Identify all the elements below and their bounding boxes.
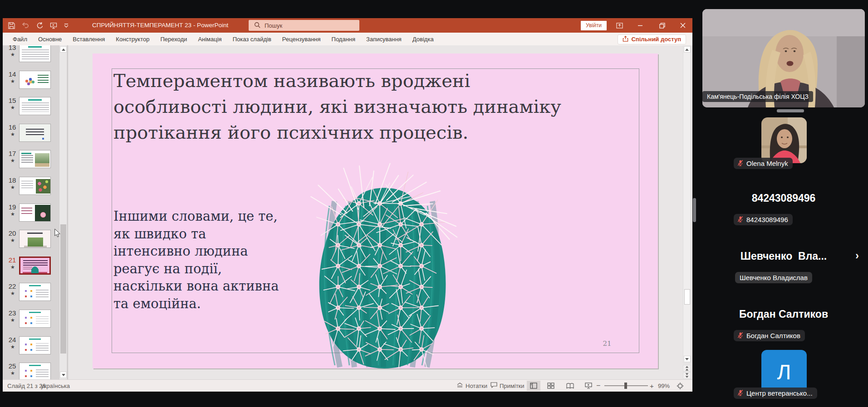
slide-number-label: 20 xyxy=(6,229,18,237)
slide-number-label: 13 xyxy=(6,45,18,51)
slide-number-label: 15 xyxy=(6,97,18,104)
menu-tab-design[interactable]: Конструктор xyxy=(116,36,149,43)
undo-icon[interactable] xyxy=(22,22,29,29)
close-button[interactable] xyxy=(675,18,691,33)
animation-star-icon: ★ xyxy=(8,211,17,217)
scroll-up-button[interactable] xyxy=(684,46,691,53)
redo-icon[interactable] xyxy=(36,22,43,29)
slide-thumbnail-18[interactable]: 18★ xyxy=(3,176,68,200)
menu-tab-insert[interactable]: Вставлення xyxy=(73,36,105,43)
scrollbar-thumb[interactable] xyxy=(60,224,66,354)
meeting-panel-scrollbar-thumb[interactable] xyxy=(693,198,696,222)
animation-star-icon: ★ xyxy=(8,317,17,323)
next-slide-button[interactable] xyxy=(683,372,691,379)
animation-star-icon: ★ xyxy=(8,291,17,296)
slide-thumbnail-image[interactable] xyxy=(19,363,51,379)
slide-number-label: 14 xyxy=(6,70,18,78)
comments-toggle[interactable]: Примітки xyxy=(490,380,525,392)
ribbon-display-options-button[interactable] xyxy=(612,18,627,33)
slide-sorter-view-button[interactable] xyxy=(544,381,558,391)
reading-view-button[interactable] xyxy=(563,381,577,391)
slide-thumbnail-image[interactable] xyxy=(19,45,51,62)
share-button[interactable]: Спільний доступ xyxy=(618,34,686,44)
slide-thumbnail-image[interactable] xyxy=(19,97,51,115)
expand-panel-chevron-icon[interactable]: › xyxy=(851,250,863,262)
slide-thumbnail-image[interactable] xyxy=(19,257,51,275)
thumbnail-panel-scrollbar[interactable] xyxy=(59,45,67,379)
scroll-up-button[interactable] xyxy=(60,46,67,53)
menu-tab-file[interactable]: Файл xyxy=(13,36,27,43)
zoom-in-button[interactable]: + xyxy=(650,380,654,392)
restore-button[interactable] xyxy=(654,18,670,33)
menu-tab-view[interactable]: Подання xyxy=(332,36,356,43)
slide-thumbnail-image[interactable] xyxy=(19,310,51,328)
slide-thumbnail-14[interactable]: 14★ xyxy=(3,70,68,94)
slide-thumbnail-image[interactable] xyxy=(19,230,51,248)
scrollbar-thumb[interactable] xyxy=(684,289,690,305)
participant-display-name[interactable]: Богдан Салтиков xyxy=(702,308,865,320)
scroll-down-button[interactable] xyxy=(684,356,691,362)
slide-canvas[interactable]: Темпераментом називають вроджені особлив… xyxy=(93,53,658,368)
zoom-level[interactable]: 99% xyxy=(658,380,670,392)
slide-thumbnail-25[interactable]: 25★ xyxy=(3,362,68,379)
customize-qat-chevron-icon[interactable] xyxy=(64,24,69,28)
slide-thumbnail-19[interactable]: 19★ xyxy=(3,203,68,227)
menu-tab-review[interactable]: Рецензування xyxy=(282,36,321,43)
slide-thumbnail-16[interactable]: 16★ xyxy=(3,123,68,147)
menu-tab-recording[interactable]: Записування xyxy=(366,36,402,43)
participant-avatar-olena[interactable] xyxy=(761,117,807,163)
comment-icon xyxy=(490,382,497,389)
statusbar: Слайд 21 з 26 українська Нотатки Примітк… xyxy=(3,379,692,392)
quick-access-toolbar xyxy=(8,18,69,33)
slide-thumbnail-image[interactable] xyxy=(19,71,51,89)
language-indicator[interactable]: українська xyxy=(41,380,70,392)
participant-display-name[interactable]: Шевченко Вла... xyxy=(702,250,865,262)
previous-slide-button[interactable] xyxy=(683,365,691,372)
save-icon[interactable] xyxy=(8,22,15,29)
animation-star-icon: ★ xyxy=(8,237,17,243)
slide-thumbnail-21[interactable]: 21★ xyxy=(3,256,68,280)
start-slideshow-icon[interactable] xyxy=(50,22,57,29)
slide-title-text[interactable]: Темпераментом називають вроджені особлив… xyxy=(113,68,640,145)
slide-thumbnail-image[interactable] xyxy=(19,150,51,168)
slide-number-label: 17 xyxy=(6,150,18,157)
slide-thumbnail-23[interactable]: 23★ xyxy=(3,309,68,333)
zoom-out-button[interactable]: − xyxy=(596,380,600,392)
main-scrollbar[interactable] xyxy=(683,45,691,363)
animation-star-icon: ★ xyxy=(8,344,17,350)
slide-thumbnail-15[interactable]: 15★ xyxy=(3,97,68,120)
slide-thumbnail-image[interactable] xyxy=(19,283,51,301)
slideshow-view-button[interactable] xyxy=(582,381,595,391)
search-input[interactable]: Пошук xyxy=(249,20,359,31)
participant-letter-avatar[interactable]: Л xyxy=(761,350,807,393)
normal-view-button[interactable] xyxy=(527,381,540,391)
slide-thumbnail-image[interactable] xyxy=(19,336,51,354)
slide-thumbnail-image[interactable] xyxy=(19,124,51,142)
slide-thumbnail-13[interactable]: 13★ xyxy=(3,45,68,67)
menu-tab-transitions[interactable]: Переходи xyxy=(160,36,187,43)
menu-tab-home[interactable]: Основне xyxy=(38,36,62,43)
participant-label-olena: Olena Melnyk xyxy=(734,158,793,169)
panel-drag-handle[interactable] xyxy=(777,109,804,112)
slide-thumbnail-17[interactable]: 17★ xyxy=(3,150,68,173)
search-placeholder: Пошук xyxy=(265,22,282,29)
participant-display-name[interactable]: 84243089496 xyxy=(702,192,865,204)
minimize-button[interactable] xyxy=(633,18,648,33)
zoom-slider[interactable] xyxy=(604,385,648,386)
zoom-slider-thumb[interactable] xyxy=(624,383,627,389)
animation-star-icon: ★ xyxy=(8,370,17,376)
slide-thumbnail-image[interactable] xyxy=(19,177,51,195)
notes-icon xyxy=(456,382,463,389)
fit-slide-to-window-button[interactable] xyxy=(673,381,687,391)
cactus-image xyxy=(278,142,491,368)
slide-thumbnail-image[interactable] xyxy=(19,204,51,222)
speaker-video-tile[interactable]: Кам'янець-Подільська філія ХОЦЗ xyxy=(702,9,865,107)
notes-toggle[interactable]: Нотатки xyxy=(456,380,487,392)
menu-tab-slideshow[interactable]: Показ слайдів xyxy=(233,36,271,43)
sign-in-button[interactable]: Увійти xyxy=(581,21,607,30)
slide-thumbnail-24[interactable]: 24★ xyxy=(3,336,68,359)
menu-tab-animations[interactable]: Анімація xyxy=(198,36,221,43)
menu-tab-help[interactable]: Довідка xyxy=(412,36,434,43)
slide-thumbnail-22[interactable]: 22★ xyxy=(3,282,68,306)
scroll-down-button[interactable] xyxy=(60,372,67,378)
